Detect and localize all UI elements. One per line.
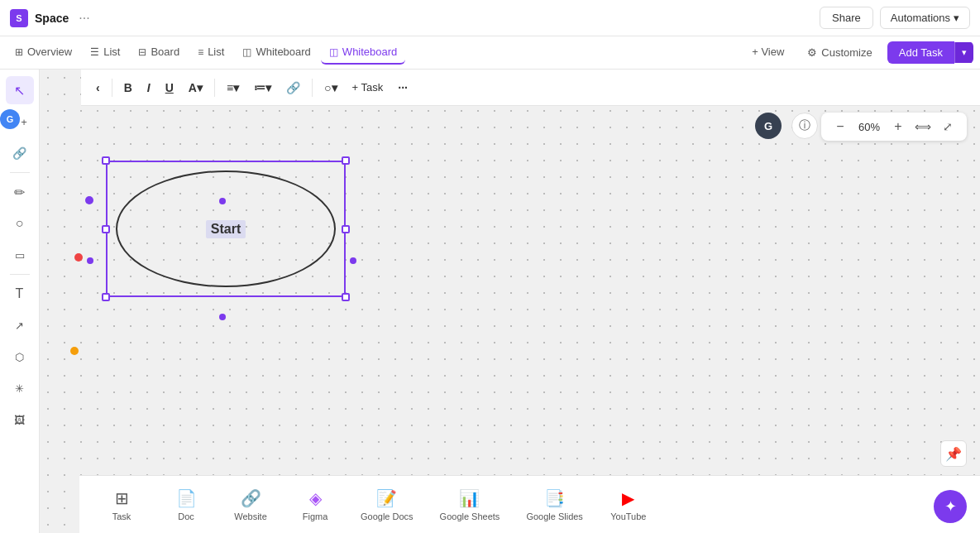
tab-list1-label: List (103, 46, 120, 58)
google-sheets-label: Google Sheets (440, 511, 500, 521)
add-task-caret-button[interactable]: ▾ (954, 42, 973, 63)
google-user-avatar: G (0, 109, 20, 129)
anchor-dot-left (87, 257, 93, 264)
toolbar-link-button[interactable]: 🔗 (281, 78, 305, 98)
toolbar-pen-button[interactable]: ✏ (6, 178, 34, 206)
handle-bottom-right[interactable] (342, 293, 350, 301)
tab-whiteboard2[interactable]: ◫ Whiteboard (321, 41, 405, 65)
toolbar-arrow-button[interactable]: ↗ (6, 311, 34, 339)
toolbar-link-button[interactable]: 🔗 (6, 139, 34, 167)
magic-button[interactable]: ✦ (934, 490, 967, 523)
tab-list1[interactable]: ☰ List (82, 41, 128, 65)
bottom-item-website[interactable]: 🔗 Website (222, 483, 280, 526)
bottom-item-google-sheets[interactable]: 📊 Google Sheets (430, 483, 510, 526)
ft-divider-1 (112, 79, 112, 97)
customize-label: Customize (821, 46, 872, 59)
space-name: Space (35, 12, 69, 25)
handle-right-mid[interactable] (342, 225, 350, 233)
toolbar-underline-button[interactable]: U (160, 78, 179, 98)
toolbar-more-button[interactable]: ··· (393, 78, 413, 98)
board-icon: ⊟ (138, 46, 146, 58)
automations-label: Automations (891, 12, 950, 24)
youtube-icon: ▶ (622, 488, 634, 508)
tab-list2[interactable]: ≡ List (189, 41, 232, 65)
space-menu-button[interactable]: ··· (75, 9, 93, 27)
zoom-fit-button[interactable]: ⟺ (912, 116, 934, 137)
toolbar-italic-button[interactable]: I (142, 78, 155, 98)
toolbar-text-button[interactable]: T (6, 280, 34, 308)
toolbar-arrow-left-button[interactable]: ‹ (91, 78, 105, 98)
add-task-button[interactable]: Add Task ▾ (887, 41, 973, 64)
add-task-main-button[interactable]: Add Task (887, 41, 954, 64)
zoom-in-button[interactable]: + (887, 116, 909, 137)
toolbar-select-button[interactable]: ↖ (6, 76, 34, 104)
toolbar-ai2-button[interactable]: ✳ (6, 374, 34, 402)
list2-icon: ≡ (198, 46, 203, 58)
top-bar: S Space ··· Share Automations ▾ (0, 0, 980, 36)
google-sheets-icon: 📊 (459, 488, 480, 508)
shape-container[interactable]: Start (106, 161, 346, 297)
main-area: G ↖ ✦+ 🔗 ✏ ○ ▭ T ↗ ⬡ ✳ 🖼 ‹ B I U A▾ ≡▾ ≔… (0, 70, 980, 533)
left-toolbar: ↖ ✦+ 🔗 ✏ ○ ▭ T ↗ ⬡ ✳ 🖼 (0, 70, 40, 533)
toolbar-shape-button[interactable]: ○▾ (319, 78, 342, 98)
handle-bottom-left[interactable] (102, 293, 110, 301)
toolbar-align-button[interactable]: ≡▾ (222, 78, 244, 98)
bottom-item-google-slides[interactable]: 📑 Google Slides (516, 483, 593, 526)
google-docs-label: Google Docs (361, 511, 414, 521)
tab-whiteboard2-label: Whiteboard (342, 46, 397, 58)
bottom-item-youtube[interactable]: ▶ YouTube (600, 483, 657, 526)
customize-button[interactable]: ⚙ Customize (799, 42, 880, 63)
zoom-controls: − 60% + ⟺ ⤢ (821, 113, 967, 141)
toolbar-separator-2 (10, 274, 30, 275)
google-slides-label: Google Slides (526, 511, 583, 521)
doc-label: Doc (178, 511, 194, 521)
shape-ellipse: Start (116, 170, 336, 287)
handle-top-left[interactable] (102, 156, 110, 165)
tab-whiteboard1[interactable]: ◫ Whiteboard (234, 41, 318, 65)
canvas-user-avatar: G (755, 113, 782, 139)
toolbar-network-button[interactable]: ⬡ (6, 343, 34, 371)
tab-board-label: Board (151, 46, 179, 58)
canvas-area[interactable]: ‹ B I U A▾ ≡▾ ≔▾ 🔗 ○▾ + Task ··· G ⓘ − 6… (40, 70, 980, 533)
toolbar-list-button[interactable]: ≔▾ (249, 78, 276, 98)
top-bar-left: S Space ··· (10, 9, 93, 27)
bottom-item-figma[interactable]: ◈ Figma (286, 483, 344, 526)
google-docs-icon: 📝 (376, 488, 397, 508)
bottom-item-task[interactable]: ⊞ Task (93, 483, 151, 526)
toolbar-image-button[interactable]: 🖼 (6, 406, 34, 434)
whiteboard2-icon: ◫ (329, 46, 338, 58)
handle-left-mid[interactable] (102, 225, 110, 233)
figma-icon: ◈ (309, 488, 322, 508)
floating-toolbar: ‹ B I U A▾ ≡▾ ≔▾ 🔗 ○▾ + Task ··· (81, 70, 980, 106)
zoom-out-button[interactable]: − (829, 116, 851, 137)
whiteboard1-icon: ◫ (242, 46, 251, 58)
anchor-dot-bottom (219, 314, 226, 320)
anchor-dot-right (350, 257, 356, 264)
tab-board[interactable]: ⊟ Board (130, 41, 188, 65)
toolbar-font-size-button[interactable]: A▾ (184, 78, 208, 98)
handle-top-right[interactable] (342, 156, 350, 165)
doc-icon: 📄 (176, 488, 197, 508)
automations-button[interactable]: Automations ▾ (880, 7, 970, 29)
toolbar-separator-1 (10, 172, 30, 173)
bottom-item-google-docs[interactable]: 📝 Google Docs (351, 483, 423, 526)
nav-right: + View ⚙ Customize Add Task ▾ (743, 41, 973, 65)
tab-overview[interactable]: ⊞ Overview (7, 41, 80, 65)
task-label: Task (112, 511, 131, 521)
google-slides-icon: 📑 (544, 488, 565, 508)
pin-button[interactable]: 📌 (940, 440, 967, 467)
shape-text: Start (206, 220, 246, 238)
nav-tabs: ⊞ Overview ☰ List ⊟ Board ≡ List ◫ White… (0, 36, 980, 70)
color-dot-yellow (70, 347, 79, 355)
toolbar-note-button[interactable]: ▭ (6, 241, 34, 269)
zoom-fullscreen-button[interactable]: ⤢ (937, 116, 958, 137)
canvas-info-button[interactable]: ⓘ (791, 113, 818, 139)
add-view-button[interactable]: + View (743, 41, 792, 65)
space-avatar: S (10, 9, 28, 27)
toolbar-task-button[interactable]: + Task (347, 78, 389, 97)
bottom-item-doc[interactable]: 📄 Doc (157, 483, 215, 526)
toolbar-bold-button[interactable]: B (119, 78, 137, 98)
share-button[interactable]: Share (820, 7, 873, 29)
toolbar-ellipse-button[interactable]: ○ (6, 209, 34, 238)
color-dot-red (74, 253, 83, 262)
